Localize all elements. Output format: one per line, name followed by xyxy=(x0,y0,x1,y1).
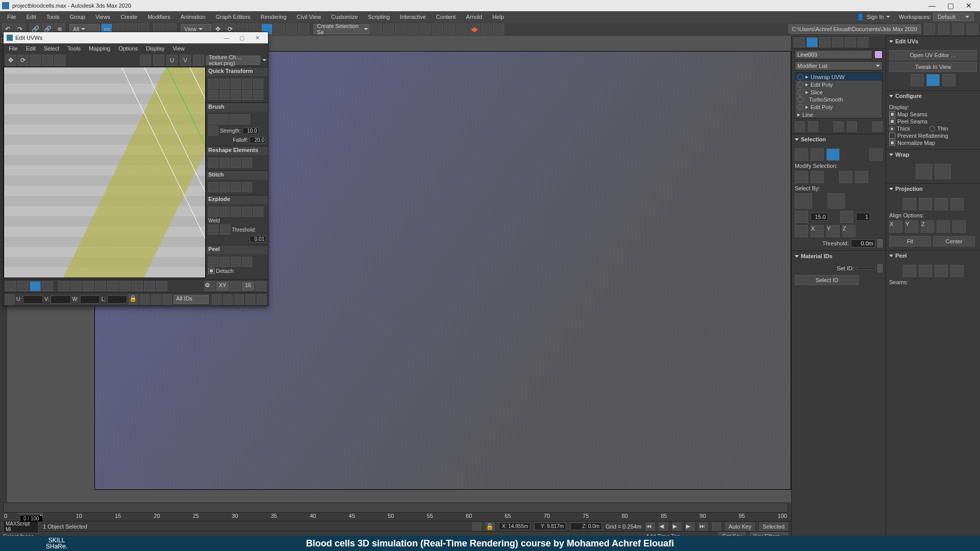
menu-item-group[interactable]: Group xyxy=(64,14,90,20)
peel-btn-3[interactable] xyxy=(231,257,241,267)
render-setup-button[interactable] xyxy=(444,23,455,35)
menu-item-edit[interactable]: Edit xyxy=(21,14,41,20)
uv-minimize-button[interactable]: — xyxy=(219,35,234,41)
uv-dialog-titlebar[interactable]: Edit UVWs — ▢ ✕ xyxy=(4,32,268,43)
stitch-btn-3[interactable] xyxy=(231,182,241,192)
tab-create[interactable] xyxy=(794,37,805,47)
uv-grid-spinner[interactable]: 16 xyxy=(242,282,254,291)
maximize-button[interactable]: ▢ xyxy=(941,2,960,10)
spinner-snap-button[interactable] xyxy=(298,23,309,35)
project-btn-2[interactable] xyxy=(938,23,949,35)
uv-mirror-button[interactable] xyxy=(54,55,65,66)
qt-btn-10[interactable] xyxy=(253,90,263,100)
proj-sph-button[interactable] xyxy=(935,198,948,210)
y-coord-field[interactable]: Y: 9.817m xyxy=(534,522,566,530)
x-button[interactable]: X xyxy=(811,225,824,237)
uv-menu-display[interactable]: Display xyxy=(142,45,168,52)
uv-xy-toggle[interactable]: XY xyxy=(216,282,229,291)
uv-ids-dropdown[interactable]: All IDs xyxy=(174,295,209,304)
modifier-row[interactable]: ▸ Unwrap UVW xyxy=(795,73,882,81)
named-selection-dropdown[interactable]: Create Selection Se xyxy=(313,24,370,34)
modsel-ring-button[interactable] xyxy=(839,171,852,183)
peel-btn-b[interactable] xyxy=(919,265,932,277)
sel-threshold-field[interactable]: 0.0m xyxy=(851,239,875,247)
play-next-button[interactable]: ▶ xyxy=(685,522,695,531)
uv-tool-6[interactable] xyxy=(119,281,131,291)
qt-btn-6[interactable] xyxy=(208,90,218,100)
explode-btn-4[interactable] xyxy=(242,207,252,217)
smg-spinner[interactable]: 1 xyxy=(856,213,870,221)
key-selected-dropdown[interactable]: Selected xyxy=(759,522,788,531)
menu-item-tools[interactable]: Tools xyxy=(41,14,65,20)
tab-utilities[interactable] xyxy=(857,37,869,47)
configure-header[interactable]: Configure xyxy=(886,91,980,101)
peel-btn-c[interactable] xyxy=(935,265,948,277)
tab-modify[interactable] xyxy=(806,37,818,47)
uv-tool-7[interactable] xyxy=(132,281,143,291)
wrap-btn-1[interactable] xyxy=(916,164,932,179)
explode-btn-3[interactable] xyxy=(231,207,241,217)
lock-selection-button[interactable]: 🔒 xyxy=(485,522,495,531)
isolate-button[interactable] xyxy=(472,522,481,531)
explode-btn-2[interactable] xyxy=(219,207,230,217)
tab-hierarchy[interactable] xyxy=(819,37,830,47)
reshape-btn-2[interactable] xyxy=(219,158,230,168)
open-uv-editor-button[interactable]: Open UV Editor … xyxy=(889,50,977,60)
qt-btn-7[interactable] xyxy=(219,90,230,100)
menu-item-help[interactable]: Help xyxy=(487,14,509,20)
modsel-grow-button[interactable] xyxy=(795,171,808,183)
quick-transform-header[interactable]: Quick Transform xyxy=(206,67,268,76)
play-end-button[interactable]: ⏭ xyxy=(699,522,708,531)
play-prev-button[interactable]: ◀ xyxy=(659,522,668,531)
uv-tool-2[interactable] xyxy=(70,281,82,291)
eye-icon[interactable] xyxy=(797,74,803,80)
menu-item-interactive[interactable]: Interactive xyxy=(395,14,431,20)
uv-editor-viewport[interactable] xyxy=(4,67,206,278)
key-mode-button[interactable] xyxy=(712,522,721,531)
eye-icon[interactable] xyxy=(797,104,803,110)
peel-btn-4[interactable] xyxy=(242,257,252,267)
menu-item-create[interactable]: Create xyxy=(115,14,142,20)
selectby-element-button[interactable] xyxy=(795,193,812,209)
proj-cyl-button[interactable] xyxy=(919,198,932,210)
align-button[interactable] xyxy=(383,23,394,35)
eye-icon[interactable] xyxy=(797,96,803,103)
project-btn-3[interactable] xyxy=(952,23,964,35)
peel-header-2[interactable]: Peel xyxy=(886,251,980,261)
brush-strength-field[interactable]: 10.0 xyxy=(242,128,259,134)
align-z-button[interactable]: Z xyxy=(921,220,934,233)
modifier-list-dropdown[interactable]: Modifier List xyxy=(795,61,883,70)
uv-show-button[interactable] xyxy=(193,55,204,66)
project-btn-1[interactable] xyxy=(924,23,935,35)
sel-vertex-button[interactable] xyxy=(795,148,808,161)
proj-planar-button[interactable] xyxy=(903,198,916,210)
uv-sub-vertex[interactable] xyxy=(5,281,16,291)
project-path-field[interactable]: C:\Users\Achref Elouafi\Documents\3ds Ma… xyxy=(789,24,921,34)
center-button[interactable]: Center xyxy=(933,236,975,246)
angle-spinner[interactable]: 15.0 xyxy=(811,213,828,221)
uv-gear-button[interactable]: ⚙ xyxy=(204,281,215,291)
sel-misc-button[interactable] xyxy=(869,148,883,161)
uv-scale-button[interactable] xyxy=(30,55,41,66)
weld-threshold-field[interactable]: 0.01 xyxy=(250,236,266,242)
sel-edge-button[interactable] xyxy=(811,148,824,161)
schematic-view-button[interactable] xyxy=(420,23,431,35)
thick-radio[interactable] xyxy=(889,126,895,132)
sel-polygon-button[interactable] xyxy=(826,148,840,161)
qt-btn-4[interactable] xyxy=(242,79,252,89)
align-x-button[interactable]: X xyxy=(889,220,902,233)
qt-btn-2[interactable] xyxy=(219,79,230,89)
selectby-planar-button[interactable] xyxy=(827,193,845,209)
y-button[interactable]: Y xyxy=(826,225,840,237)
uv-menu-view[interactable]: View xyxy=(168,45,189,52)
wrap-btn-2[interactable] xyxy=(935,164,951,179)
uv-freeform-button[interactable] xyxy=(42,55,53,66)
uv-pan-button[interactable] xyxy=(246,294,255,305)
layer-explorer-button[interactable] xyxy=(395,23,406,35)
selectby-smg-button[interactable] xyxy=(840,211,853,223)
proj-box-button[interactable] xyxy=(950,198,964,210)
uv-option-button[interactable] xyxy=(151,294,161,305)
reshape-btn-3[interactable] xyxy=(231,158,241,168)
qt-btn-1[interactable] xyxy=(208,79,218,89)
uv-l-field[interactable] xyxy=(107,295,127,304)
